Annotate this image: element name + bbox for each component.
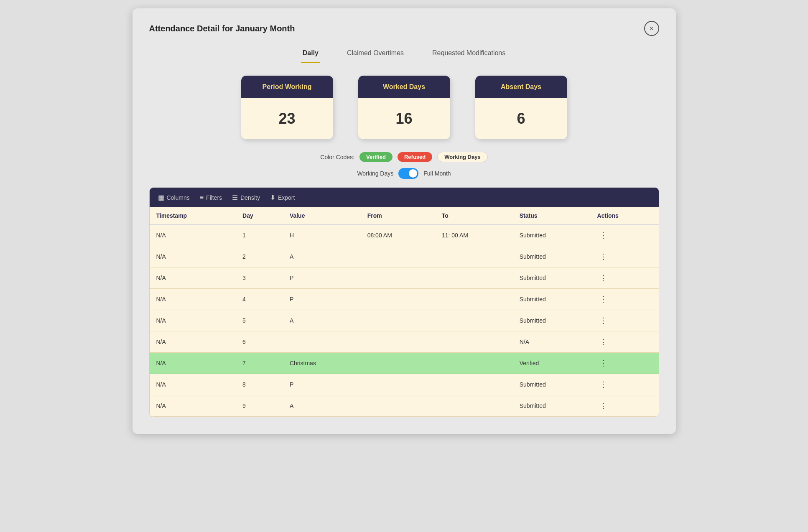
filters-button[interactable]: ≡ Filters xyxy=(200,194,222,201)
stat-card-absent-days: Absent Days 6 xyxy=(475,76,567,139)
cell-day: 5 xyxy=(236,310,283,331)
cell-from xyxy=(361,310,435,331)
stat-card-period-working: Period Working 23 xyxy=(241,76,333,139)
cell-to xyxy=(435,246,513,267)
close-button[interactable]: × xyxy=(644,21,659,36)
cell-timestamp: N/A xyxy=(150,331,236,353)
th-value: Value xyxy=(283,207,361,224)
table-row: N/A 8 P Submitted ⋮ xyxy=(150,374,659,395)
cell-actions: ⋮ xyxy=(591,374,659,395)
cell-timestamp: N/A xyxy=(150,310,236,331)
cell-status: Submitted xyxy=(513,395,591,417)
table-row: N/A 1 H 08:00 AM 11: 00 AM Submitted ⋮ xyxy=(150,224,659,246)
cell-from xyxy=(361,374,435,395)
cell-actions: ⋮ xyxy=(591,224,659,246)
table-body: N/A 1 H 08:00 AM 11: 00 AM Submitted ⋮ N… xyxy=(150,224,659,417)
cell-value: P xyxy=(283,267,361,289)
row-actions-button[interactable]: ⋮ xyxy=(597,272,610,283)
cell-from xyxy=(361,267,435,289)
stat-card-header-absent-days: Absent Days xyxy=(475,76,567,98)
th-status: Status xyxy=(513,207,591,224)
cell-status: Submitted xyxy=(513,224,591,246)
working-days-toggle[interactable] xyxy=(398,168,418,179)
row-actions-button[interactable]: ⋮ xyxy=(597,251,610,262)
table-row: N/A 7 Christmas Verified ⋮ xyxy=(150,353,659,374)
cell-timestamp: N/A xyxy=(150,246,236,267)
export-button[interactable]: ⬇ Export xyxy=(270,193,295,201)
cell-value xyxy=(283,331,361,353)
tab-claimed-overtimes[interactable]: Claimed Overtimes xyxy=(345,44,405,63)
density-button[interactable]: ☰ Density xyxy=(232,193,260,201)
row-actions-button[interactable]: ⋮ xyxy=(597,336,610,347)
data-table-container: ▦ Columns ≡ Filters ☰ Density ⬇ Export T… xyxy=(149,187,659,417)
cell-day: 9 xyxy=(236,395,283,417)
cell-value: P xyxy=(283,374,361,395)
table-head: Timestamp Day Value From To Status Actio… xyxy=(150,207,659,224)
cell-day: 3 xyxy=(236,267,283,289)
cell-value: P xyxy=(283,289,361,310)
row-actions-button[interactable]: ⋮ xyxy=(597,400,610,411)
row-actions-button[interactable]: ⋮ xyxy=(597,230,610,241)
cell-from: 08:00 AM xyxy=(361,224,435,246)
th-timestamp: Timestamp xyxy=(150,207,236,224)
badge-working-days[interactable]: Working Days xyxy=(437,152,487,162)
row-actions-button[interactable]: ⋮ xyxy=(597,358,610,369)
cell-timestamp: N/A xyxy=(150,224,236,246)
tab-daily[interactable]: Daily xyxy=(301,44,320,63)
badge-verified[interactable]: Verified xyxy=(359,152,393,162)
cell-day: 8 xyxy=(236,374,283,395)
columns-button[interactable]: ▦ Columns xyxy=(158,193,190,201)
cell-from xyxy=(361,289,435,310)
cell-status: Submitted xyxy=(513,246,591,267)
cell-status: N/A xyxy=(513,331,591,353)
cell-day: 7 xyxy=(236,353,283,374)
tabs-container: Daily Claimed Overtimes Requested Modifi… xyxy=(149,44,659,63)
cell-to xyxy=(435,267,513,289)
stat-card-worked-days: Worked Days 16 xyxy=(358,76,450,139)
cell-actions: ⋮ xyxy=(591,395,659,417)
cell-actions: ⋮ xyxy=(591,310,659,331)
cell-timestamp: N/A xyxy=(150,267,236,289)
badge-refused[interactable]: Refused xyxy=(398,152,432,162)
cell-from xyxy=(361,395,435,417)
color-codes-label: Color Codes: xyxy=(320,154,354,160)
table-toolbar: ▦ Columns ≡ Filters ☰ Density ⬇ Export xyxy=(150,188,659,207)
stat-card-value-absent-days: 6 xyxy=(484,110,559,127)
columns-icon: ▦ xyxy=(158,193,164,201)
table-row: N/A 4 P Submitted ⋮ xyxy=(150,289,659,310)
table-header-row: Timestamp Day Value From To Status Actio… xyxy=(150,207,659,224)
cell-to xyxy=(435,310,513,331)
table-row: N/A 2 A Submitted ⋮ xyxy=(150,246,659,267)
cell-timestamp: N/A xyxy=(150,353,236,374)
export-icon: ⬇ xyxy=(270,193,275,201)
cell-from xyxy=(361,331,435,353)
cell-actions: ⋮ xyxy=(591,267,659,289)
table-row: N/A 3 P Submitted ⋮ xyxy=(150,267,659,289)
modal-header: Attendance Detail for January Month × xyxy=(149,21,659,36)
filters-icon: ≡ xyxy=(200,194,204,201)
cell-actions: ⋮ xyxy=(591,331,659,353)
stat-card-value-period-working: 23 xyxy=(250,110,325,127)
cell-to xyxy=(435,374,513,395)
cell-status: Submitted xyxy=(513,267,591,289)
tab-requested-modifications[interactable]: Requested Modifications xyxy=(431,44,507,63)
cell-to xyxy=(435,353,513,374)
toggle-left-label: Working Days xyxy=(357,170,393,177)
toggle-right-label: Full Month xyxy=(423,170,451,177)
cell-day: 2 xyxy=(236,246,283,267)
toggle-row: Working Days Full Month xyxy=(149,168,659,179)
cell-to xyxy=(435,331,513,353)
modal-container: Attendance Detail for January Month × Da… xyxy=(133,8,676,434)
stat-card-title-absent-days: Absent Days xyxy=(484,83,559,91)
cell-value: A xyxy=(283,395,361,417)
stats-row: Period Working 23 Worked Days 16 Absent … xyxy=(149,76,659,139)
row-actions-button[interactable]: ⋮ xyxy=(597,315,610,326)
stat-card-title-worked-days: Worked Days xyxy=(367,83,442,91)
stat-card-body-absent-days: 6 xyxy=(475,98,567,139)
cell-status: Submitted xyxy=(513,289,591,310)
cell-day: 4 xyxy=(236,289,283,310)
cell-timestamp: N/A xyxy=(150,395,236,417)
row-actions-button[interactable]: ⋮ xyxy=(597,379,610,390)
cell-to xyxy=(435,395,513,417)
row-actions-button[interactable]: ⋮ xyxy=(597,294,610,305)
